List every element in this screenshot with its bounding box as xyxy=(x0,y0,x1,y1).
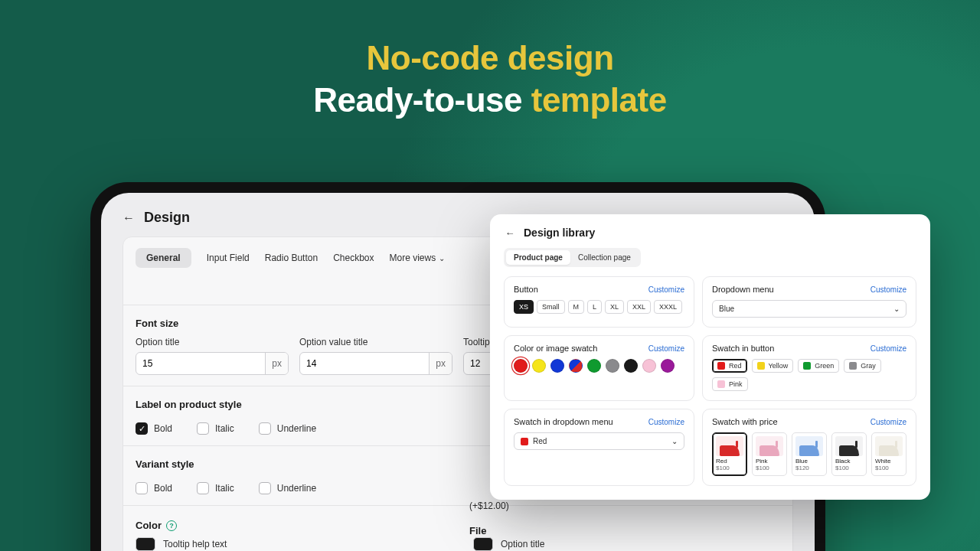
lib-card-button: Button Customize XS Small M L XL XXL XXX… xyxy=(504,276,694,328)
fs-value-option-title[interactable] xyxy=(136,353,265,374)
help-icon[interactable]: ? xyxy=(166,520,177,531)
size-xxxl[interactable]: XXXL xyxy=(654,300,682,314)
customize-link[interactable]: Customize xyxy=(648,418,684,426)
tab-radio-button[interactable]: Radio Button xyxy=(265,253,318,263)
swatch-circle[interactable] xyxy=(624,359,638,373)
lib-title-swatch-button: Swatch in button xyxy=(712,344,774,353)
label-bold-checkbox[interactable]: ✓Bold xyxy=(136,422,172,435)
chevron-down-icon: ⌄ xyxy=(439,254,445,262)
library-grid: Button Customize XS Small M L XL XXL XXX… xyxy=(504,276,916,486)
label-italic-checkbox[interactable]: Italic xyxy=(197,422,234,435)
fs-label-option-title: Option title xyxy=(136,337,289,347)
fs-input-option-value-title[interactable]: px xyxy=(299,352,452,375)
variant-bold-checkbox[interactable]: Bold xyxy=(136,482,172,494)
customize-link[interactable]: Customize xyxy=(871,344,906,353)
lib-title-swatch-dropdown: Swatch in dropdown menu xyxy=(514,417,613,426)
size-xl[interactable]: XL xyxy=(605,300,624,314)
price-card[interactable]: Pink$100 xyxy=(752,432,787,476)
tab-input-field[interactable]: Input Field xyxy=(207,253,250,263)
tab-general[interactable]: General xyxy=(136,248,191,268)
tab-more-views[interactable]: More views ⌄ xyxy=(390,253,446,263)
customize-link[interactable]: Customize xyxy=(871,418,906,426)
product-thumb xyxy=(875,436,903,456)
fs-unit: px xyxy=(265,353,288,374)
page-title: Design xyxy=(144,210,190,226)
tab-product-page[interactable]: Product page xyxy=(506,250,570,265)
product-thumb xyxy=(756,436,783,456)
panel-header: ← Design library xyxy=(504,227,916,239)
design-library-panel: ← Design library Product page Collection… xyxy=(490,214,930,500)
size-buttons: XS Small M L XL XXL XXXL xyxy=(514,300,684,314)
swatch-dropdown[interactable]: Red ⌄ xyxy=(514,432,684,450)
fs-input-option-title[interactable]: px xyxy=(136,352,289,375)
product-thumb xyxy=(716,436,743,456)
panel-tabs: Product page Collection page xyxy=(504,248,641,267)
lib-title-button: Button xyxy=(514,285,538,294)
customize-link[interactable]: Customize xyxy=(648,285,684,294)
swatch-button[interactable]: Green xyxy=(798,359,839,373)
back-arrow-icon[interactable]: ← xyxy=(122,212,135,224)
swatch-circle[interactable] xyxy=(606,359,619,373)
swatch-buttons: RedYellowGreenGrayPink xyxy=(712,359,906,391)
swatch-circles xyxy=(514,359,684,373)
swatch-circle[interactable] xyxy=(514,359,528,373)
swatch-circle[interactable] xyxy=(532,359,546,373)
hero-title: No-code design Ready-to-use template xyxy=(0,37,980,121)
lib-title-swatch: Color or image swatch xyxy=(514,344,597,353)
swatch-circle[interactable] xyxy=(642,359,656,373)
swatch-button[interactable]: Yellow xyxy=(752,359,794,373)
lib-title-dropdown: Dropdown menu xyxy=(712,285,774,294)
fs-unit: px xyxy=(429,353,452,374)
lib-card-swatch-dropdown: Swatch in dropdown menu Customize Red ⌄ xyxy=(504,409,694,486)
file-heading-stub: File xyxy=(469,525,486,536)
swatch-button[interactable]: Gray xyxy=(844,359,881,373)
price-card[interactable]: Black$100 xyxy=(831,432,867,476)
size-small[interactable]: Small xyxy=(537,300,565,314)
price-stub: (+$12.00) xyxy=(469,500,509,511)
lib-card-swatch-price: Swatch with price Customize Red$100Pink$… xyxy=(702,409,916,486)
swatch-dd-color xyxy=(521,438,528,445)
color-option-title[interactable]: Option title xyxy=(473,537,780,551)
swatch-color-icon xyxy=(717,362,725,370)
lib-card-swatch: Color or image swatch Customize xyxy=(504,335,694,401)
label-underline-checkbox[interactable]: Underline xyxy=(259,422,316,435)
size-xs[interactable]: XS xyxy=(514,300,534,314)
swatch-button[interactable]: Pink xyxy=(712,377,748,391)
tab-checkbox[interactable]: Checkbox xyxy=(333,253,374,263)
chevron-down-icon: ⌄ xyxy=(893,305,900,313)
price-card[interactable]: Red$100 xyxy=(712,432,747,476)
price-card[interactable]: White$100 xyxy=(871,432,906,476)
swatch-color-icon xyxy=(717,380,725,388)
fs-value-option-value-title[interactable] xyxy=(300,353,429,374)
product-thumb xyxy=(835,436,863,456)
customize-link[interactable]: Customize xyxy=(871,285,906,294)
panel-back-arrow-icon[interactable]: ← xyxy=(504,227,516,239)
price-card[interactable]: Blue$120 xyxy=(792,432,827,476)
variant-italic-checkbox[interactable]: Italic xyxy=(197,482,234,494)
lib-card-swatch-button: Swatch in button Customize RedYellowGree… xyxy=(702,335,916,401)
panel-title: Design library xyxy=(524,227,595,239)
hero-line-2b: template xyxy=(531,81,667,119)
lib-title-swatch-price: Swatch with price xyxy=(712,417,778,426)
size-l[interactable]: L xyxy=(587,300,602,314)
hero-line-2a: Ready-to-use xyxy=(313,81,531,119)
swatch-button[interactable]: Red xyxy=(712,359,747,373)
tab-collection-page[interactable]: Collection page xyxy=(570,250,639,265)
variant-underline-checkbox[interactable]: Underline xyxy=(259,482,316,494)
fs-label-option-value-title: Option value title xyxy=(299,337,452,347)
swatch-color-icon xyxy=(849,362,857,370)
swatch-circle[interactable] xyxy=(569,359,583,373)
size-xxl[interactable]: XXL xyxy=(627,300,651,314)
lib-card-dropdown: Dropdown menu Customize Blue ⌄ xyxy=(702,276,916,328)
chevron-down-icon: ⌄ xyxy=(671,437,678,445)
price-cards: Red$100Pink$100Blue$120Black$100White$10… xyxy=(712,432,906,476)
customize-link[interactable]: Customize xyxy=(648,344,684,353)
swatch-color-icon xyxy=(757,362,765,370)
swatch-circle[interactable] xyxy=(661,359,675,373)
dropdown-blue[interactable]: Blue ⌄ xyxy=(712,300,906,318)
color-grid: Tooltip help text Option title Option bo… xyxy=(136,537,780,551)
size-m[interactable]: M xyxy=(568,300,585,314)
color-tooltip-help[interactable]: Tooltip help text xyxy=(136,537,443,551)
swatch-circle[interactable] xyxy=(587,359,601,373)
swatch-circle[interactable] xyxy=(550,359,564,373)
